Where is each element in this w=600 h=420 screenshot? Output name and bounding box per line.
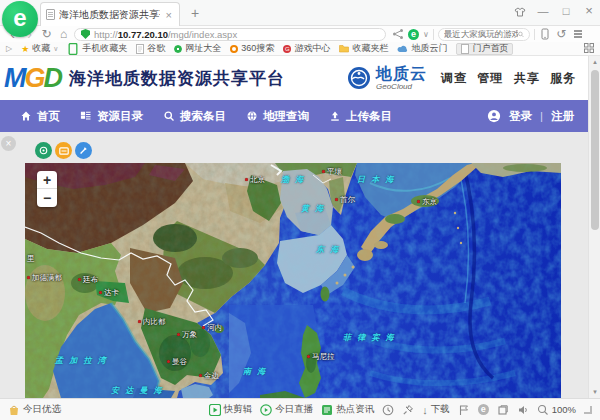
nav-item-catalog[interactable]: 资源目录 <box>80 109 143 124</box>
window-icon[interactable] <box>497 404 509 416</box>
nav-item-search[interactable]: 搜索条目 <box>163 109 226 124</box>
menu-icon[interactable] <box>572 28 584 40</box>
nav-item-geo-query[interactable]: 地理查询 <box>246 109 309 124</box>
site-header: MGD 海洋地质数据资源共享平台 地质云 GeoCloud 调查 管理 共享 服… <box>0 56 588 100</box>
layers-tool-button[interactable] <box>35 142 52 159</box>
map-sea-label: 孟 加 拉 湾 <box>55 357 108 365</box>
pin-icon[interactable] <box>402 404 414 416</box>
browser-logo-icon[interactable]: e <box>2 1 38 37</box>
register-link[interactable]: 注册 <box>551 109 574 124</box>
doc-icon <box>461 44 469 54</box>
browser-task-icon[interactable]: e <box>478 404 489 415</box>
browser-toolbar: ‹ › ↻ ⌂ http://10.77.20.10/mgd/index.asp… <box>0 26 600 42</box>
download-button[interactable]: ↓ 下载 <box>422 403 450 416</box>
skin-icon[interactable] <box>513 5 527 17</box>
tab-favicon-icon <box>46 9 55 20</box>
reload-button[interactable]: ↻ <box>38 27 55 41</box>
bookmark-item[interactable]: G 游戏中心 <box>283 42 330 55</box>
bookmark-item[interactable]: 网址大全 <box>174 42 221 55</box>
bookmark-item[interactable]: 手机收藏夹 <box>67 42 127 55</box>
flag-icon[interactable] <box>458 404 470 416</box>
hot-news-button[interactable]: 热点资讯 <box>321 403 374 416</box>
phone-icon <box>67 43 79 55</box>
chevron-down-icon[interactable]: ∨ <box>423 30 429 39</box>
home-button[interactable]: ⌂ <box>55 27 72 41</box>
quick-search-box[interactable] <box>438 28 530 41</box>
speaker-icon[interactable] <box>517 404 529 416</box>
map-city-label: 金边 <box>199 372 219 380</box>
zoom-out-button[interactable]: − <box>37 189 57 207</box>
nav-site-icon <box>174 45 182 53</box>
map-city-label: 廷布 <box>78 276 98 284</box>
bookmarks-grid-icon[interactable] <box>584 43 594 55</box>
quick-clip-button[interactable]: 快剪辑 <box>209 403 253 416</box>
new-tab-button[interactable]: + <box>186 5 204 21</box>
search-input[interactable] <box>444 29 518 39</box>
list-icon <box>80 110 92 122</box>
draw-tool-button[interactable] <box>75 142 92 159</box>
scrollbar-thumb[interactable] <box>591 70 599 230</box>
bookmark-favorites[interactable]: ★ 收藏 ∨ <box>21 42 58 55</box>
bookmark-item-portal-home[interactable]: 门户首页 <box>456 43 513 55</box>
clip-play-icon <box>209 404 221 416</box>
page-zoom-control[interactable]: 100% <box>537 404 576 416</box>
map-sea-label: 南 海 <box>243 368 267 376</box>
auth-divider: | <box>540 110 543 122</box>
resize-grip[interactable] <box>584 406 592 414</box>
game-center-icon: G <box>283 45 291 53</box>
restore-tab-icon[interactable]: ↺ <box>555 27 568 41</box>
url-text: http://10.77.20.10/mgd/index.aspx <box>94 29 237 40</box>
map-zoom-control: + − <box>37 171 57 207</box>
zoom-in-button[interactable]: + <box>37 171 57 189</box>
bookmark-item[interactable]: 地质云门 <box>397 42 447 55</box>
geocloud-logo-icon <box>347 66 371 90</box>
live-today-button[interactable]: 今日直播 <box>260 403 313 416</box>
history-icon[interactable] <box>382 404 394 416</box>
chevron-down-icon: ∨ <box>53 45 58 53</box>
speed-mode-icon[interactable]: e <box>408 29 419 40</box>
maximize-button[interactable]: □ <box>559 3 573 19</box>
share-icon[interactable] <box>392 28 404 40</box>
map-city-label: 马尼拉 <box>307 353 335 361</box>
cloud-icon <box>397 45 408 53</box>
geocloud-name: 地质云 <box>376 66 427 82</box>
star-icon: ★ <box>21 44 29 54</box>
search-icon[interactable] <box>518 30 524 39</box>
scroll-down-icon[interactable]: ▾ <box>589 386 600 398</box>
zoom-level: 100% <box>552 404 576 415</box>
mobile-phone-icon[interactable] <box>539 28 551 40</box>
bookmark-item[interactable]: 360搜索 <box>230 42 274 55</box>
site-safety-shield-icon[interactable] <box>81 29 90 39</box>
site-title: 海洋地质数据资源共享平台 <box>69 67 285 90</box>
divider <box>534 29 535 40</box>
legend-tool-button[interactable] <box>55 142 72 159</box>
close-button[interactable]: × <box>582 3 596 19</box>
daily-picks-button[interactable]: 今日优选 <box>8 403 61 416</box>
map-canvas[interactable]: + − 北京 平壤 首尔 东京 加德满都 廷布 达卡 内比都 河内 万象 曼谷 … <box>25 163 561 398</box>
map-city-label: 曼谷 <box>167 358 187 366</box>
address-bar[interactable]: http://10.77.20.10/mgd/index.aspx <box>74 28 386 41</box>
browser-window: e 海洋地质数据资源共享平台 × + — □ × ‹ › ↻ ⌂ http://… <box>0 0 600 420</box>
tab-close-icon[interactable]: × <box>164 9 174 21</box>
map-sea-label: 黄 海 <box>301 205 325 213</box>
web-page: MGD 海洋地质数据资源共享平台 地质云 GeoCloud 调查 管理 共享 服… <box>0 56 600 398</box>
login-link[interactable]: 登录 <box>509 109 532 124</box>
bag-icon <box>8 404 20 416</box>
page-scrollbar[interactable]: ▴ ▾ <box>588 56 600 398</box>
map-sea-label: 东 海 <box>316 246 340 254</box>
browser-tab[interactable]: 海洋地质数据资源共享平台 × <box>40 2 180 26</box>
nav-item-home[interactable]: 首页 <box>20 109 60 124</box>
close-panel-icon[interactable]: × <box>1 136 16 151</box>
nav-item-upload[interactable]: 上传条目 <box>329 109 392 124</box>
bookmarks-expand-icon[interactable]: ▷ <box>6 44 12 53</box>
live-icon <box>260 404 272 416</box>
map-city-label: 加德满都 <box>27 274 62 282</box>
doc-icon <box>136 44 144 54</box>
scroll-up-icon[interactable]: ▴ <box>589 56 600 68</box>
minimize-button[interactable]: — <box>536 3 550 19</box>
bookmark-item[interactable]: 谷歌 <box>136 42 165 55</box>
map-city-label: 万象 <box>177 331 197 339</box>
bookmark-item[interactable]: 收藏夹栏 <box>339 42 388 55</box>
upload-icon <box>329 110 341 122</box>
content-area: × <box>0 132 588 398</box>
